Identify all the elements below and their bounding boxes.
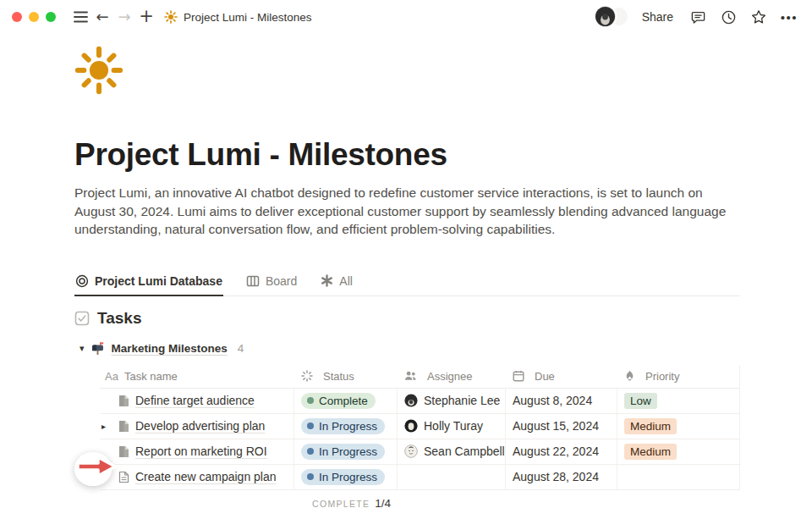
status-pill: In Progress xyxy=(301,469,385,485)
due-cell[interactable]: August 15, 2024 xyxy=(506,414,617,439)
expand-triangle-icon[interactable]: ▸ xyxy=(102,422,106,431)
status-cell[interactable]: In Progress xyxy=(294,414,398,439)
status-dot xyxy=(307,448,314,455)
page-description[interactable]: Project Lumi, an innovative AI chatbot d… xyxy=(74,184,740,239)
checkbox-icon xyxy=(74,311,90,326)
more-options-icon[interactable]: ••• xyxy=(778,6,800,28)
task-name-cell[interactable]: Report on marketing ROI xyxy=(100,439,294,464)
due-date: August 28, 2024 xyxy=(513,470,599,483)
status-cell[interactable]: In Progress xyxy=(294,465,398,489)
board-view-icon xyxy=(246,274,260,288)
zoom-window-button[interactable] xyxy=(46,12,56,22)
history-clock-icon[interactable] xyxy=(717,6,739,28)
group-marketing-milestones[interactable]: ▾ Marketing Milestones 4 xyxy=(80,342,740,356)
priority-tag: Medium xyxy=(624,444,677,460)
tab-all[interactable]: All xyxy=(320,270,354,296)
share-button[interactable]: Share xyxy=(637,7,678,27)
task-title: Develop advertising plan xyxy=(135,419,265,433)
task-name-cell[interactable]: Define target audience xyxy=(100,389,294,413)
asterisk-view-icon xyxy=(321,274,333,287)
task-name-cell[interactable]: ▸ Develop advertising plan xyxy=(100,414,294,439)
window-controls xyxy=(12,12,56,22)
column-label: Task name xyxy=(124,370,178,383)
assignee-name: Sean Campbell xyxy=(424,444,505,458)
assignee-cell[interactable] xyxy=(398,465,506,489)
status-dot xyxy=(307,473,314,480)
assignee-cell[interactable]: Sean Campbell xyxy=(398,439,506,464)
table-row: ▸ Develop advertising plan In Progress H… xyxy=(100,414,740,439)
assignee-avatar xyxy=(404,444,418,458)
priority-cell[interactable] xyxy=(617,465,740,489)
status-pill: Complete xyxy=(301,393,376,409)
due-date: August 22, 2024 xyxy=(513,444,599,458)
sun-icon xyxy=(164,10,178,24)
page-icon xyxy=(118,420,129,433)
forward-icon[interactable]: → xyxy=(113,6,135,28)
task-title: Define target audience xyxy=(135,394,255,407)
page-sun-icon[interactable] xyxy=(74,46,123,95)
sidebar-toggle-icon[interactable] xyxy=(69,6,91,28)
collapse-triangle-icon[interactable]: ▾ xyxy=(80,343,85,354)
status-cell[interactable]: In Progress xyxy=(294,439,398,464)
tasks-heading: Tasks xyxy=(74,309,740,328)
avatar xyxy=(595,6,616,27)
breadcrumb-title: Project Lumi - Milestones xyxy=(184,11,312,24)
column-assignee[interactable]: Assignee xyxy=(398,365,506,388)
due-cell[interactable]: August 28, 2024 xyxy=(506,465,617,489)
people-icon xyxy=(404,370,417,382)
status-calculation[interactable]: COMPLETE 1/4 xyxy=(294,490,398,508)
calc-value: 1/4 xyxy=(375,497,391,508)
view-tabs: Project Lumi Database Board All xyxy=(74,270,740,296)
status-cell[interactable]: Complete xyxy=(294,389,398,413)
due-cell[interactable]: August 22, 2024 xyxy=(506,439,617,464)
table-header: Aa Task name Status Assignee Due Priorit… xyxy=(100,365,740,389)
comments-icon[interactable] xyxy=(687,6,709,28)
assignee-cell[interactable]: Stephanie Lee xyxy=(398,389,506,413)
priority-cell[interactable]: Medium xyxy=(617,439,740,464)
breadcrumb[interactable]: Project Lumi - Milestones xyxy=(164,10,312,24)
status-pill: In Progress xyxy=(301,418,385,434)
assignee-name: Stephanie Lee xyxy=(424,394,500,407)
table-row: Report on marketing ROI In Progress Sean… xyxy=(100,439,740,465)
workspace-avatars[interactable] xyxy=(595,6,628,28)
column-task-name[interactable]: Aa Task name xyxy=(100,365,294,388)
favorite-star-icon[interactable] xyxy=(748,6,770,28)
column-status[interactable]: Status xyxy=(294,365,398,388)
mailbox-icon xyxy=(91,342,105,356)
due-date: August 15, 2024 xyxy=(513,419,599,433)
priority-tag: Low xyxy=(624,393,657,409)
page-icon xyxy=(118,395,129,407)
new-page-icon[interactable]: + xyxy=(135,6,157,28)
task-title: Report on marketing ROI xyxy=(135,444,267,458)
column-label: Priority xyxy=(645,370,679,383)
tab-board[interactable]: Board xyxy=(245,270,298,296)
column-priority[interactable]: Priority xyxy=(617,365,740,388)
status-property-icon xyxy=(301,370,313,382)
back-icon[interactable]: ← xyxy=(91,6,113,28)
flame-icon xyxy=(624,370,635,382)
status-dot xyxy=(307,422,314,429)
column-due[interactable]: Due xyxy=(506,365,617,388)
task-name-cell[interactable]: Create new campaign plan xyxy=(100,465,294,489)
due-cell[interactable]: August 8, 2024 xyxy=(506,389,617,413)
column-label: Assignee xyxy=(427,370,472,383)
page-outline-icon xyxy=(118,471,129,483)
assignee-avatar xyxy=(404,419,418,433)
column-label: Due xyxy=(535,370,555,383)
due-date: August 8, 2024 xyxy=(513,394,592,407)
column-label: Status xyxy=(323,370,354,383)
page-title[interactable]: Project Lumi - Milestones xyxy=(74,137,740,173)
status-pill: In Progress xyxy=(301,444,385,460)
minimize-window-button[interactable] xyxy=(29,12,39,22)
page-icon xyxy=(118,445,129,458)
close-window-button[interactable] xyxy=(12,12,22,22)
text-property-icon: Aa xyxy=(105,370,118,383)
table-footer: COMPLETE 1/4 xyxy=(100,490,740,508)
page-content: Project Lumi - Milestones Project Lumi, … xyxy=(0,34,812,508)
priority-cell[interactable]: Medium xyxy=(617,414,740,439)
priority-cell[interactable]: Low xyxy=(617,389,740,413)
assignee-cell[interactable]: Holly Turay xyxy=(398,414,506,439)
calc-label: COMPLETE xyxy=(312,499,370,508)
table-row: Create new campaign plan In Progress Aug… xyxy=(100,465,740,490)
tab-project-lumi-database[interactable]: Project Lumi Database xyxy=(74,270,223,296)
